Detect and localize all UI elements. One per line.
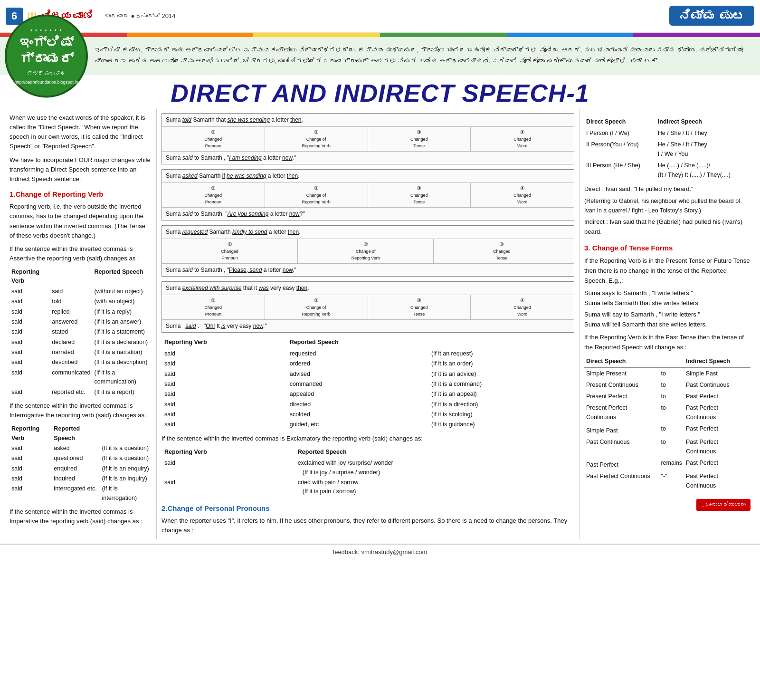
person-change-table: Direct Speech Indirect Speech I Person (… bbox=[584, 116, 750, 181]
table-row: saidappealed(If it is an appeal) bbox=[162, 389, 574, 399]
section3-title: 3. Change of Tense Forms bbox=[584, 242, 750, 254]
table-row: Past PerfectremainsPast Perfect bbox=[584, 457, 750, 470]
strip-green bbox=[380, 33, 507, 37]
ex1-cell4: ④ChangedWord bbox=[471, 127, 574, 151]
content-area: When we use the exact words of the speak… bbox=[0, 109, 760, 539]
imperative-verb-table: Reporting Verb Reported Speech saidreque… bbox=[162, 337, 574, 430]
person-hdr-direct: Direct Speech bbox=[584, 116, 656, 127]
tense-header-row: Direct Speech Indirect Speech bbox=[584, 355, 750, 368]
page-footer: feedback: vmitrastudy@gmail.com bbox=[0, 544, 760, 559]
table-row: saidquestioned(If it is a question) bbox=[10, 453, 152, 463]
ex4-diagram: ①ChangedPronoun ②Change ofReporting Verb… bbox=[162, 295, 574, 320]
table-row: saidinquired(If it is an inquiry) bbox=[10, 474, 152, 484]
indirect-example: Indirect : Ivan said that he (Gabriel) h… bbox=[584, 217, 750, 237]
ex1-cell1: ①ChangedPronoun bbox=[162, 127, 265, 151]
page-title: DIRECT AND INDIRECT SPEECH-1 bbox=[0, 75, 760, 109]
interr-hdr2: Reported Speech bbox=[52, 424, 100, 443]
page-header: 6 🔱 ವಿಜಯವಾಣಿ ಬುಧವಾರ ● 5 ಮಾರ್ಚ್ 2014 ನಿಮ್… bbox=[0, 0, 760, 33]
table-row: saidrequested(If it an request) bbox=[162, 349, 574, 359]
strip-blue bbox=[507, 33, 634, 37]
table-row: saidordered(If it is an order) bbox=[162, 359, 574, 369]
assertive-table: Reporting Verb Reported Speech saidsaid(… bbox=[10, 267, 152, 397]
table-row: saidcommanded(If it is a command) bbox=[162, 379, 574, 389]
logo-kannada-line1: ಇಂಗ್ಲಿಷ್ bbox=[19, 35, 73, 51]
footer-feedback: feedback: vmitrastudy@gmail.com bbox=[333, 548, 428, 556]
strip-orange bbox=[127, 33, 254, 37]
exclamatory-intro: If the sentence within the inverted comm… bbox=[162, 434, 574, 443]
ex1-diagram: ①ChangedPronoun ②Change ofReporting Verb… bbox=[162, 127, 574, 152]
section3-para1: If the Reporting Verb is in the Present … bbox=[584, 256, 750, 286]
nimma-puta-label: ನಿಮ್ಮ ಪುಟ bbox=[669, 6, 754, 26]
section1-title: 1.Change of Reporting Verb bbox=[10, 189, 152, 200]
left-column: When we use the exact words of the speak… bbox=[5, 109, 157, 539]
table-row: Simple Present to Simple Past bbox=[584, 367, 750, 379]
table-row: Past Continuous to Past Perfect Continuo… bbox=[584, 436, 750, 457]
s3-ex1: Suma says to Samarth , "I write letters.… bbox=[584, 288, 750, 298]
direct-example: Direct : Ivan said, "He pulled my beard.… bbox=[584, 184, 750, 194]
header-right: ನಿಮ್ಮ ಪುಟ bbox=[669, 9, 754, 23]
s3-ex4: Suma will tell Samarth that she writes l… bbox=[584, 320, 750, 330]
continue-button[interactable]: ...ಮುಂದುವರಿಯುವುದು bbox=[696, 499, 750, 511]
table-row: Past Perfect Continuous "-". Past Perfec… bbox=[584, 470, 750, 491]
interrogative-table: Reporting Verb Reported Speech saidasked… bbox=[10, 424, 152, 503]
table-row: saidscolded(If it is scolding) bbox=[162, 410, 574, 420]
section2-title: 2.Change of Personal Pronouns bbox=[162, 503, 574, 514]
imperative-header-row: Reporting Verb Reported Speech bbox=[162, 337, 574, 348]
example-box-4: Suma exclaimed with surprise that it was… bbox=[162, 281, 574, 333]
ex1-top: Suma told Samarth that she was sending a… bbox=[162, 114, 574, 127]
section1-para1: Reporting verb, i.e. the verb outside th… bbox=[10, 202, 152, 240]
table-row: I Person (I / We) He / She / It / They bbox=[584, 127, 750, 139]
imp-hdr1: Reporting Verb bbox=[162, 337, 287, 348]
ex1-bottom: Suma said to Samarth , "I am sending a l… bbox=[162, 152, 574, 164]
referring-text: (Referring to Gabriel, his neighbour who… bbox=[584, 196, 750, 215]
ex3-cell2: ②Change ofReporting Verb bbox=[298, 239, 434, 263]
table-row: saidsaid(without an object) bbox=[10, 287, 152, 297]
table-row: said cried with pain / sorrow(If it is p… bbox=[162, 478, 574, 497]
ex4-bottom: Suma said . "Oh! It is very easy now." bbox=[162, 320, 574, 333]
interr-header-row: Reporting Verb Reported Speech bbox=[10, 424, 152, 443]
past-tense-intro: If the Reporting Verb is in the Past Ten… bbox=[584, 333, 750, 353]
assertive-hdr2: Reported Speech bbox=[93, 267, 152, 287]
header-date: ಬುಧವಾರ ● 5 ಮಾರ್ಚ್ 2014 bbox=[104, 12, 175, 19]
table-row: said exclaimed with joy /surprise/ wonde… bbox=[162, 458, 574, 478]
example-box-3: Suma requested Samarth kindly to send a … bbox=[162, 225, 574, 277]
ex1-cell3: ③ChangedTense bbox=[368, 127, 471, 151]
ex3-cell3: ③ChangedTense bbox=[434, 239, 570, 263]
right-column: Direct Speech Indirect Speech I Person (… bbox=[580, 109, 755, 539]
tense-hdr-indirect: Indirect Speech bbox=[684, 355, 750, 368]
tense-hdr-direct: Direct Speech bbox=[584, 355, 659, 368]
ex3-top: Suma requested Samarth kindly to send a … bbox=[162, 226, 574, 239]
table-row: saidadvised(If it is an advice) bbox=[162, 369, 574, 379]
ex4-cell4: ④ChangedWord bbox=[471, 295, 574, 319]
tense-hdr-connector bbox=[659, 355, 684, 368]
logo-dots: • • • • • • • bbox=[30, 27, 62, 34]
table-row: III Person (He / She) He (.....) / She (… bbox=[584, 160, 750, 181]
table-row: saidguided, etc(If it is guidance) bbox=[162, 420, 574, 430]
ex2-cell1: ①ChangedPronoun bbox=[162, 183, 265, 207]
intro-kannada-text: ಇಂಗ್ಲಿಷ್ ಕಷ್ಟ, ಗ್ರಾಮರ್ ಅಂತು ಅರ್ಥವಾಗುವುದಿ… bbox=[95, 45, 746, 67]
ex2-cell3: ③ChangedTense bbox=[368, 183, 471, 207]
logo-url: http://bedrefoundation.blogspot.in bbox=[15, 79, 78, 86]
imperative-intro: If the sentence within the inverted comm… bbox=[10, 507, 152, 526]
intro-para2: We have to incorporate FOUR major change… bbox=[10, 155, 152, 184]
strip-purple bbox=[633, 33, 760, 37]
table-row: saiddeclared(If it is a declaration) bbox=[10, 337, 152, 347]
ex4-cell1: ①ChangedPronoun bbox=[162, 295, 265, 319]
assertive-hdr1: Reporting Verb bbox=[10, 267, 50, 287]
ex1-cell2: ②Change ofReporting Verb bbox=[265, 127, 368, 151]
ex2-diagram: ①ChangedPronoun ②Change ofReporting Verb… bbox=[162, 183, 574, 208]
table-row: saidcommunicated(If it is a communicatio… bbox=[10, 368, 152, 387]
table-row: saidreported etc.(If it is a report) bbox=[10, 387, 152, 397]
imp-hdr2: Reported Speech bbox=[287, 337, 428, 348]
exclamatory-table: Reporting Verb Reported Speech said excl… bbox=[162, 447, 574, 497]
color-strip bbox=[0, 33, 760, 37]
mid-column: Suma told Samarth that she was sending a… bbox=[157, 109, 580, 539]
assertive-intro: If the sentence within the inverted comm… bbox=[10, 244, 152, 263]
issue-number: 6 bbox=[6, 8, 23, 25]
ex3-diagram: ①ChangedPronoun ②Change ofReporting Verb… bbox=[162, 239, 574, 264]
example-box-2: Suma asked Samarth if he was sending a l… bbox=[162, 169, 574, 221]
table-row: Present Perfect Continuous to Past Perfe… bbox=[584, 402, 750, 423]
section2-para1: When the reporter uses "I", it refers to… bbox=[162, 516, 574, 535]
assertive-header-row: Reporting Verb Reported Speech bbox=[10, 267, 152, 287]
ex4-cell3: ③ChangedTense bbox=[368, 295, 471, 319]
